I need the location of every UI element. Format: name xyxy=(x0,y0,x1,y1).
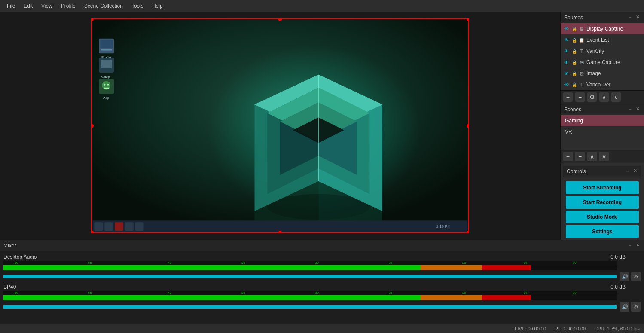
mixer-area: Mixer － ✕ Desktop Audio 0.0 dB -60 -55 -… xyxy=(0,240,644,324)
mixer-header-icons: － ✕ xyxy=(627,242,641,249)
lock-icon-event: 🔒 xyxy=(572,38,577,43)
svg-rect-32 xyxy=(94,222,103,231)
source-item-display-capture[interactable]: 👁 🔒 🖥 Display Capture xyxy=(561,23,644,34)
scene-up-button[interactable]: ∧ xyxy=(587,152,597,161)
sources-header: Sources － ✕ xyxy=(561,12,644,23)
mixer-minimize-icon[interactable]: － xyxy=(627,242,633,249)
bp40-tick-35: -35 xyxy=(240,291,245,295)
source-name-vancouver: Vancouver xyxy=(586,82,641,88)
scenes-header-icons: － ✕ xyxy=(627,106,641,113)
eye-icon-display[interactable]: 👁 xyxy=(564,26,570,31)
handle-mid-right[interactable] xyxy=(467,124,469,128)
scenes-title: Scenes xyxy=(564,107,581,113)
source-up-button[interactable]: ∧ xyxy=(599,92,609,102)
lock-icon-vancity: 🔒 xyxy=(572,49,577,54)
sources-minimize-icon[interactable]: － xyxy=(627,14,633,21)
bp40-label: BP40 xyxy=(3,284,16,290)
scenes-close-icon[interactable]: ✕ xyxy=(635,106,641,113)
desktop-fader-row: 🔊 ⚙ xyxy=(3,272,641,281)
add-source-button[interactable]: + xyxy=(563,92,573,102)
sources-close-icon[interactable]: ✕ xyxy=(635,14,641,21)
eye-icon-vancity[interactable]: 👁 xyxy=(564,49,570,54)
handle-bottom-right[interactable] xyxy=(467,231,469,233)
desktop-audio-settings-button[interactable]: ⚙ xyxy=(631,272,641,281)
desktop-audio-channel: Desktop Audio 0.0 dB -60 -55 -40 -35 -30… xyxy=(3,254,641,281)
sources-title: Sources xyxy=(564,15,583,21)
source-item-vancouver[interactable]: 👁 🔒 T Vancouver xyxy=(561,79,644,90)
start-streaming-button[interactable]: Start Streaming xyxy=(566,181,639,194)
tick-15: -15 xyxy=(522,261,528,265)
source-item-vancity[interactable]: 👁 🔒 T VanCity xyxy=(561,46,644,57)
source-settings-button[interactable]: ⚙ xyxy=(587,92,597,102)
menu-help[interactable]: Help xyxy=(148,1,167,11)
menu-view[interactable]: View xyxy=(37,1,57,11)
studio-mode-button[interactable]: Studio Mode xyxy=(566,211,639,223)
eye-icon-game[interactable]: 👁 xyxy=(564,60,570,65)
bp40-fader[interactable] xyxy=(3,305,617,309)
svg-rect-37 xyxy=(400,222,464,231)
source-down-button[interactable]: ∨ xyxy=(611,92,621,102)
handle-bottom-left[interactable] xyxy=(91,231,94,233)
sources-toolbar: + − ⚙ ∧ ∨ xyxy=(561,90,644,104)
main-area: Profile Notep.. App xyxy=(0,12,644,240)
scenes-toolbar: + − ∧ ∨ xyxy=(561,150,644,163)
bp40-settings-button[interactable]: ⚙ xyxy=(631,302,641,312)
menu-scene-collection[interactable]: Scene Collection xyxy=(80,1,127,11)
bp40-meter-controls: 🔊 ⚙ xyxy=(618,302,641,312)
svg-rect-35 xyxy=(125,222,134,231)
preview-display: Profile Notep.. App xyxy=(92,19,468,232)
svg-point-27 xyxy=(104,84,105,86)
desktop-audio-mute-button[interactable]: 🔊 xyxy=(620,272,629,281)
eye-icon-vancouver[interactable]: 👁 xyxy=(564,82,570,87)
menubar: File Edit View Profile Scene Collection … xyxy=(0,0,644,12)
mixer-title: Mixer xyxy=(3,243,16,249)
tick-30: -30 xyxy=(314,261,319,265)
scenes-minimize-icon[interactable]: － xyxy=(627,106,633,113)
desktop-meter-green xyxy=(3,265,421,270)
handle-bottom-center[interactable] xyxy=(278,231,282,233)
sources-list: 👁 🔒 🖥 Display Capture 👁 🔒 📋 Event List 👁… xyxy=(561,23,644,90)
controls-minimize-icon[interactable]: － xyxy=(624,168,631,174)
lock-icon-vancouver: 🔒 xyxy=(572,82,577,87)
remove-scene-button[interactable]: − xyxy=(575,152,585,161)
eye-icon-image[interactable]: 👁 xyxy=(564,71,570,76)
desktop-fader[interactable] xyxy=(3,275,617,278)
add-scene-button[interactable]: + xyxy=(563,152,573,161)
scene-item-vr[interactable]: VR xyxy=(561,126,644,137)
scenes-header: Scenes － ✕ xyxy=(561,104,644,115)
desktop-meter-controls: 🔊 ⚙ xyxy=(618,272,641,281)
menu-edit[interactable]: Edit xyxy=(19,1,37,11)
svg-text:App: App xyxy=(103,96,110,100)
text2-icon: T xyxy=(579,82,585,88)
scenes-list: Gaming VR xyxy=(561,115,644,150)
preview-area: Profile Notep.. App xyxy=(0,12,560,240)
bp40-tick-10: -10 xyxy=(571,291,577,295)
bp40-tick-60: -60 xyxy=(13,291,18,295)
menu-profile[interactable]: Profile xyxy=(57,1,80,11)
menu-tools[interactable]: Tools xyxy=(127,1,148,11)
bp40-meter-green xyxy=(3,295,421,300)
controls-section: Controls － ✕ Start Streaming Start Recor… xyxy=(561,163,644,240)
start-recording-button[interactable]: Start Recording xyxy=(566,196,639,209)
scene-item-gaming[interactable]: Gaming xyxy=(561,115,644,126)
scene-down-button[interactable]: ∨ xyxy=(599,152,609,161)
mixer-close-icon[interactable]: ✕ xyxy=(635,242,641,249)
bp40-tick-30: -30 xyxy=(314,291,319,295)
settings-button[interactable]: Settings xyxy=(566,225,639,238)
lock-icon-game: 🔒 xyxy=(572,60,577,65)
source-item-image[interactable]: 👁 🔒 🖼 Image xyxy=(561,68,644,79)
controls-title: Controls xyxy=(567,168,586,174)
eye-icon-event[interactable]: 👁 xyxy=(564,37,570,43)
handle-top-right[interactable] xyxy=(467,18,469,21)
remove-source-button[interactable]: − xyxy=(575,92,585,102)
menu-file[interactable]: File xyxy=(3,1,19,11)
tick-25: -25 xyxy=(388,261,393,265)
controls-close-icon[interactable]: ✕ xyxy=(632,168,638,174)
text-icon: T xyxy=(579,48,585,54)
bp40-mute-button[interactable]: 🔊 xyxy=(620,302,629,312)
bp40-meter-container: -60 -55 -40 -35 -30 -25 -20 -15 -10 xyxy=(3,291,617,300)
monitor-icon: 🖥 xyxy=(579,26,585,32)
source-item-game-capture[interactable]: 👁 🔒 🎮 Game Capture xyxy=(561,57,644,68)
lock-icon-image: 🔒 xyxy=(572,71,577,76)
source-item-event-list[interactable]: 👁 🔒 📋 Event List xyxy=(561,34,644,46)
